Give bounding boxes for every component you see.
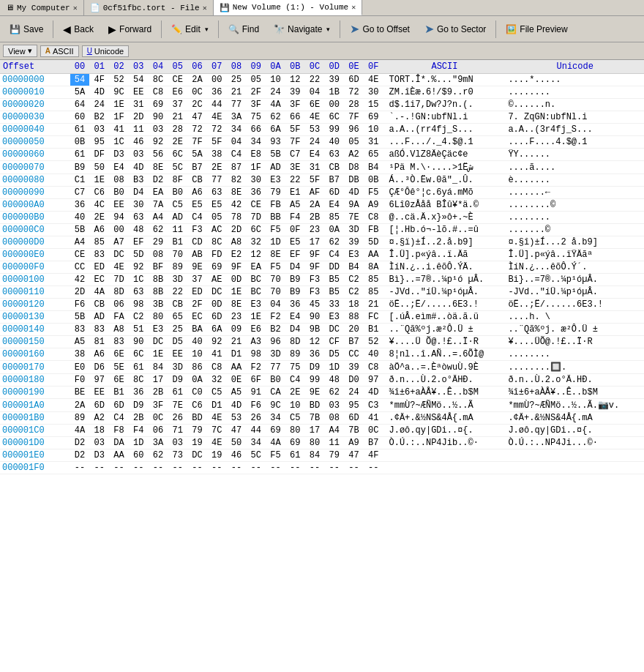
hex-byte-11[interactable]: EF	[285, 249, 305, 261]
hex-byte-1[interactable]: 03	[89, 437, 109, 449]
hex-byte-6[interactable]: CD	[187, 236, 207, 249]
hex-byte-10[interactable]: 62	[266, 111, 285, 124]
hex-byte-1[interactable]: 1E	[89, 174, 109, 187]
hex-byte-6[interactable]: AB	[187, 249, 207, 261]
hex-byte-14[interactable]: --	[344, 462, 364, 474]
hex-byte-5[interactable]: 71	[168, 425, 187, 437]
table-row[interactable]: 000000B0402E9463A4ADC405787DBBF42B857EC8…	[0, 212, 644, 224]
hex-byte-4[interactable]: 0C	[149, 412, 168, 425]
hex-byte-14[interactable]: 7E	[344, 212, 364, 224]
hex-byte-2[interactable]: DA	[109, 437, 129, 449]
hex-byte-1[interactable]: --	[89, 462, 109, 474]
hex-byte-6[interactable]: 40	[187, 336, 207, 348]
hex-byte-12[interactable]: --	[305, 462, 325, 474]
hex-byte-11[interactable]: 5F	[285, 124, 305, 136]
hex-byte-13[interactable]: 11	[324, 437, 344, 449]
hex-byte-10[interactable]: B2	[266, 324, 285, 336]
hex-byte-4[interactable]: EA	[149, 187, 168, 199]
hex-byte-1[interactable]: C6	[89, 187, 109, 199]
hex-byte-12[interactable]: 7B	[305, 412, 325, 425]
hex-byte-10[interactable]: 5B	[266, 149, 285, 161]
hex-byte-14[interactable]: B7	[344, 336, 364, 348]
hex-byte-1[interactable]: 18	[89, 425, 109, 437]
hex-byte-1[interactable]: A6	[89, 224, 109, 236]
hex-byte-3[interactable]: 6C	[129, 348, 149, 361]
hex-byte-4[interactable]: 03	[149, 124, 168, 136]
hex-byte-0[interactable]: 38	[70, 348, 90, 361]
table-row[interactable]: 00000070B950E44D8E5CB72E871FAD3E31CBD8B4…	[0, 161, 644, 174]
hex-byte-3[interactable]: EF	[129, 236, 149, 249]
hex-byte-11[interactable]: 12	[285, 74, 305, 86]
hex-byte-7[interactable]: 2E	[207, 161, 227, 174]
hex-byte-15[interactable]: 97	[364, 374, 383, 387]
hex-byte-10[interactable]: 24	[266, 86, 285, 99]
hex-byte-2[interactable]: 7D	[109, 274, 129, 286]
hex-byte-4[interactable]: 3F	[149, 399, 168, 412]
hex-byte-9[interactable]: 30	[246, 174, 266, 187]
hex-byte-2[interactable]: 08	[109, 174, 129, 187]
hex-byte-8[interactable]: 21	[227, 336, 247, 348]
hex-byte-15[interactable]: B4	[364, 161, 383, 174]
hex-byte-7[interactable]: 0D	[207, 299, 227, 311]
hex-byte-14[interactable]: 96	[344, 124, 364, 136]
hex-byte-8[interactable]: 3A	[227, 111, 247, 124]
hex-byte-9[interactable]: CE	[246, 199, 266, 212]
hex-byte-2[interactable]: E4	[109, 161, 129, 174]
hex-byte-6[interactable]: C0	[187, 387, 207, 399]
hex-byte-3[interactable]: 30	[129, 199, 149, 212]
hex-byte-15[interactable]: 52	[364, 336, 383, 348]
hex-byte-6[interactable]: BD	[187, 412, 207, 425]
hex-byte-15[interactable]: 85	[364, 286, 383, 299]
hex-byte-8[interactable]: --	[227, 462, 247, 474]
hex-byte-8[interactable]: 04	[227, 136, 247, 149]
hex-byte-6[interactable]: 47	[187, 111, 207, 124]
hex-byte-14[interactable]: 6D	[344, 74, 364, 86]
hex-byte-10[interactable]: AD	[266, 161, 285, 174]
hex-byte-4[interactable]: 1E	[149, 348, 168, 361]
hex-byte-5[interactable]: E6	[168, 86, 187, 99]
hex-byte-15[interactable]: A9	[364, 199, 383, 212]
tab-file1-close[interactable]: ✕	[203, 4, 207, 12]
hex-byte-14[interactable]: 95	[344, 399, 364, 412]
table-row[interactable]: 000001408383A851E325BA6A09E6B2D49BDC20B1…	[0, 324, 644, 336]
hex-byte-9[interactable]: 12	[246, 249, 266, 261]
table-row[interactable]: 0000010042EC7D1C8B3D37AE0DBC70B9F3B5C285…	[0, 274, 644, 286]
hex-byte-0[interactable]: 0B	[70, 136, 90, 149]
hex-byte-7[interactable]: C8	[207, 361, 227, 374]
hex-byte-10[interactable]: B0	[266, 374, 285, 387]
hex-byte-7[interactable]: 36	[207, 86, 227, 99]
hex-byte-4[interactable]: D2	[149, 174, 168, 187]
view-button[interactable]: View ▾	[3, 45, 37, 57]
hex-byte-14[interactable]: 88	[344, 311, 364, 324]
hex-byte-0[interactable]: A4	[70, 236, 90, 249]
hex-byte-14[interactable]: D8	[344, 161, 364, 174]
hex-byte-9[interactable]: 05	[246, 74, 266, 86]
hex-byte-13[interactable]: 08	[324, 412, 344, 425]
hex-byte-7[interactable]: 38	[207, 149, 227, 161]
hex-byte-6[interactable]: B7	[187, 161, 207, 174]
hex-byte-12[interactable]: 5F	[305, 174, 325, 187]
hex-byte-2[interactable]: DC	[109, 249, 129, 261]
hex-byte-7[interactable]: 19	[207, 449, 227, 462]
hex-byte-10[interactable]: F5	[266, 449, 285, 462]
hex-byte-3[interactable]: EE	[129, 86, 149, 99]
hex-byte-1[interactable]: 24	[89, 99, 109, 111]
table-row[interactable]: 00000150A5818390DCD5409221A3968D12CFB752…	[0, 336, 644, 348]
hex-byte-4[interactable]: 2B	[149, 387, 168, 399]
hex-byte-4[interactable]: 80	[149, 311, 168, 324]
hex-byte-2[interactable]: 06	[109, 299, 129, 311]
hex-byte-4[interactable]: 8C	[149, 74, 168, 86]
hex-byte-9[interactable]: F6	[246, 399, 266, 412]
hex-byte-13[interactable]: E4	[324, 199, 344, 212]
table-row[interactable]: 00000120F6CB06983BCB2F0D8EE3043645331821…	[0, 299, 644, 311]
hex-byte-7[interactable]: AC	[207, 224, 227, 236]
hex-byte-2[interactable]: 6D	[109, 399, 129, 412]
hex-byte-3[interactable]: 63	[129, 212, 149, 224]
hex-byte-14[interactable]: C2	[344, 286, 364, 299]
hex-byte-13[interactable]: 6D	[324, 187, 344, 199]
hex-byte-14[interactable]: CC	[344, 348, 364, 361]
hex-byte-3[interactable]: C2	[129, 311, 149, 324]
table-row[interactable]: 00000000544F52548CCE2A002505101222396D4E…	[0, 74, 644, 86]
hex-byte-13[interactable]: 99	[324, 124, 344, 136]
hex-byte-12[interactable]: 31	[305, 161, 325, 174]
